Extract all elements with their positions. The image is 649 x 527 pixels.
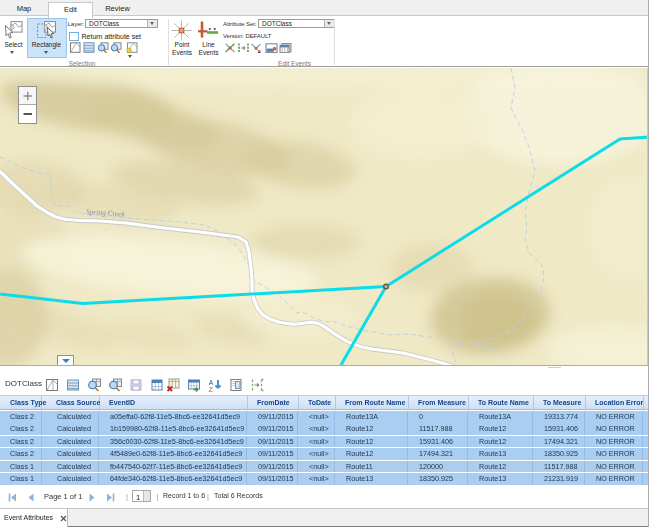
svg-text:Z: Z [209, 386, 214, 393]
svg-text:A: A [209, 379, 214, 386]
